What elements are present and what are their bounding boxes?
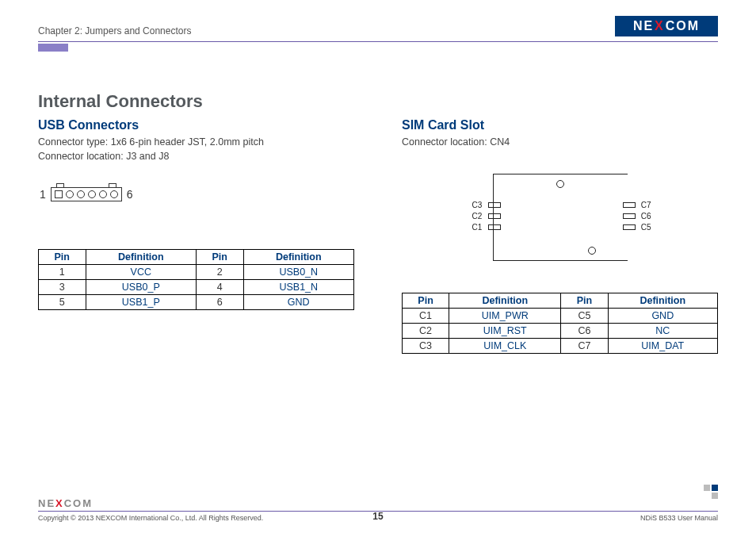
usb-desc-line1: Connector type: 1x6 6-pin header JST, 2.… — [38, 136, 354, 150]
usb-pin-3 — [77, 190, 85, 198]
sim-column: SIM Card Slot Connector location: CN4 C3… — [402, 118, 718, 354]
cell: 1 — [39, 265, 86, 280]
cell: C6 — [561, 323, 608, 338]
usb-pin-6 — [110, 190, 118, 198]
sim-pad-c2 — [488, 213, 501, 219]
cell: UIM_CLK — [449, 338, 561, 353]
cell: C2 — [403, 323, 449, 338]
page-number: 15 — [372, 511, 383, 522]
sim-desc-line1: Connector location: CN4 — [402, 136, 718, 150]
sim-pad-c6 — [623, 213, 636, 219]
cell: 5 — [39, 295, 86, 310]
logo-x: X — [655, 19, 665, 33]
footer-squares-icon — [704, 485, 718, 499]
logo-b-post: COM — [64, 497, 93, 509]
chapter-label: Chapter 2: Jumpers and Connectors — [38, 25, 191, 36]
cell: VCC — [86, 265, 196, 280]
th-def: Definition — [449, 293, 561, 308]
sim-desc: Connector location: CN4 — [402, 136, 718, 150]
table-row: 5 USB1_P 6 GND — [39, 295, 354, 310]
cell: USB0_P — [86, 280, 196, 295]
cell: USB1_P — [86, 295, 196, 310]
sim-hole-top — [556, 180, 564, 188]
th-pin: Pin — [403, 293, 449, 308]
footer: NEXCOM Copyright © 2013 NEXCOM Internati… — [38, 496, 718, 522]
sim-pad-c1 — [488, 224, 501, 230]
usb-desc: Connector type: 1x6 6-pin header JST, 2.… — [38, 136, 354, 163]
section-tab — [38, 44, 68, 52]
cell: NC — [608, 323, 717, 338]
lbl-c6: C6 — [641, 212, 651, 220]
cell: UIM_RST — [449, 323, 561, 338]
cell: 6 — [196, 295, 243, 310]
logo-top: NEXCOM — [615, 16, 718, 36]
sim-pin-table: Pin Definition Pin Definition C1 UIM_PWR… — [402, 293, 718, 354]
lbl-c7: C7 — [641, 201, 651, 209]
cell: C3 — [403, 338, 449, 353]
usb-pin-2 — [66, 190, 74, 198]
usb-pin-4 — [88, 190, 96, 198]
sim-pad-c3 — [488, 202, 501, 208]
logo-bottom: NEXCOM — [38, 497, 93, 509]
cell: C1 — [403, 308, 449, 323]
cell: 4 — [196, 280, 243, 295]
usb-pin6-label: 6 — [127, 188, 133, 201]
sim-pad-c7 — [623, 202, 636, 208]
usb-pin-1 — [55, 190, 63, 198]
th-def: Definition — [243, 250, 353, 265]
logo-post: COM — [666, 19, 700, 33]
table-row: 3 USB0_P 4 USB1_N — [39, 280, 354, 295]
usb-desc-line2: Connector location: J3 and J8 — [38, 150, 354, 164]
lbl-c1: C1 — [472, 223, 483, 232]
lbl-c3: C3 — [472, 201, 483, 209]
header-rule — [38, 41, 718, 42]
cell: C5 — [561, 308, 608, 323]
usb-column: USB Connectors Connector type: 1x6 6-pin… — [38, 118, 354, 354]
cell: C7 — [561, 338, 608, 353]
th-pin: Pin — [561, 293, 608, 308]
sim-slot-diagram: C3 C2 C1 C7 C6 C5 — [469, 174, 651, 269]
cell: UIM_DAT — [608, 338, 717, 353]
sim-hole-bottom — [588, 247, 596, 255]
cell: 3 — [39, 280, 86, 295]
logo-b-pre: NE — [38, 497, 55, 509]
cell: UIM_PWR — [449, 308, 561, 323]
lbl-c5: C5 — [641, 223, 651, 232]
sim-title: SIM Card Slot — [402, 118, 718, 132]
th-pin: Pin — [39, 250, 86, 265]
usb-pin1-label: 1 — [40, 188, 46, 201]
section-title: Internal Connectors — [38, 91, 718, 112]
table-row: 1 VCC 2 USB0_N — [39, 265, 354, 280]
th-def: Definition — [86, 250, 196, 265]
copyright-text: Copyright © 2013 NEXCOM International Co… — [38, 514, 263, 522]
cell: USB0_N — [243, 265, 353, 280]
th-def: Definition — [608, 293, 717, 308]
table-row: C2 UIM_RST C6 NC — [403, 323, 718, 338]
sim-pad-c5 — [623, 224, 636, 230]
th-pin: Pin — [196, 250, 243, 265]
lbl-c2: C2 — [472, 212, 483, 220]
usb-connector-diagram: 1 6 — [40, 187, 354, 201]
cell: 2 — [196, 265, 243, 280]
usb-connector-body — [51, 187, 122, 201]
logo-b-x: X — [55, 497, 64, 509]
manual-name: NDiS B533 User Manual — [640, 514, 718, 522]
usb-pin-table: Pin Definition Pin Definition 1 VCC 2 US… — [38, 249, 354, 310]
cell: USB1_N — [243, 280, 353, 295]
logo-pre: NE — [633, 19, 654, 33]
usb-pin-5 — [99, 190, 107, 198]
usb-title: USB Connectors — [38, 118, 354, 132]
cell: GND — [608, 308, 717, 323]
cell: GND — [243, 295, 353, 310]
table-row: C3 UIM_CLK C7 UIM_DAT — [403, 338, 718, 353]
table-row: C1 UIM_PWR C5 GND — [403, 308, 718, 323]
